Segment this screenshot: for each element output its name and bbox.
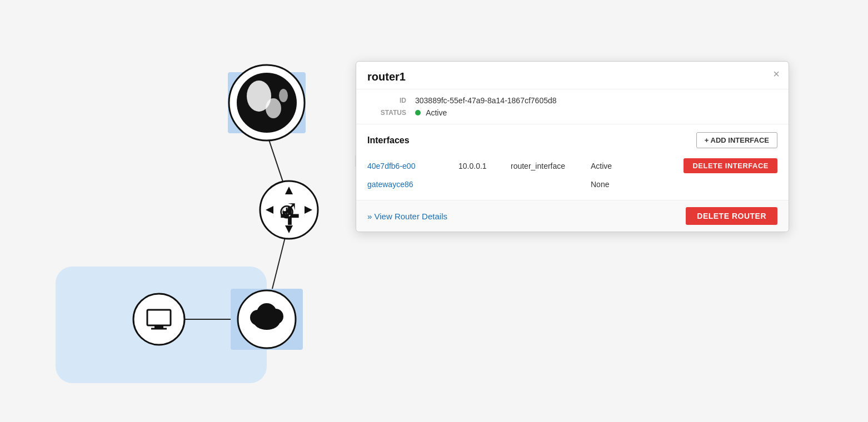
status-row: STATUS Active	[367, 108, 777, 117]
svg-point-24	[133, 294, 184, 345]
add-interface-button[interactable]: + ADD INTERFACE	[696, 132, 777, 148]
id-value: 303889fc-55ef-47a9-8a14-1867cf7605d8	[415, 96, 557, 105]
id-label: ID	[367, 97, 406, 104]
interfaces-header: Interfaces + ADD INTERFACE	[367, 132, 777, 148]
delete-interface-button-1[interactable]: DELETE INTERFACE	[684, 158, 777, 173]
view-router-details-link[interactable]: » View Router Details	[367, 212, 447, 221]
status-value: Active	[415, 108, 447, 117]
popup-header: router1 ×	[356, 62, 789, 89]
delete-router-button[interactable]: DELETE ROUTER	[686, 207, 777, 225]
interface-status-2: None	[591, 180, 624, 189]
interface-ip-1: 10.0.0.1	[458, 162, 497, 170]
svg-point-23	[257, 303, 277, 323]
svg-rect-26	[154, 325, 163, 328]
status-text: Active	[426, 108, 447, 117]
popup-title: router1	[367, 71, 406, 83]
interfaces-section: Interfaces + ADD INTERFACE 40e7dfb6-e00 …	[356, 124, 789, 200]
router-popup: router1 × ID 303889fc-55ef-47a9-8a14-186…	[356, 61, 789, 232]
popup-meta: ID 303889fc-55ef-47a9-8a14-1867cf7605d8 …	[356, 89, 789, 124]
popup-footer: » View Router Details DELETE ROUTER	[356, 200, 789, 232]
close-button[interactable]: ×	[773, 68, 780, 79]
interface-link-2[interactable]: gatewayce86	[367, 180, 445, 189]
id-row: ID 303889fc-55ef-47a9-8a14-1867cf7605d8	[367, 96, 777, 105]
status-dot	[415, 110, 421, 115]
status-label: STATUS	[367, 109, 406, 117]
interface-status-1: Active	[591, 162, 624, 170]
interface-row-2: gatewayce86 None	[367, 177, 777, 192]
interface-link-1[interactable]: 40e7dfb6-e00	[367, 162, 445, 170]
interface-row-1: 40e7dfb6-e00 10.0.0.1 router_interface A…	[367, 155, 777, 177]
svg-point-8	[266, 98, 281, 118]
interfaces-title: Interfaces	[367, 135, 410, 145]
interface-type-1: router_interface	[511, 162, 577, 170]
svg-point-9	[279, 89, 288, 102]
